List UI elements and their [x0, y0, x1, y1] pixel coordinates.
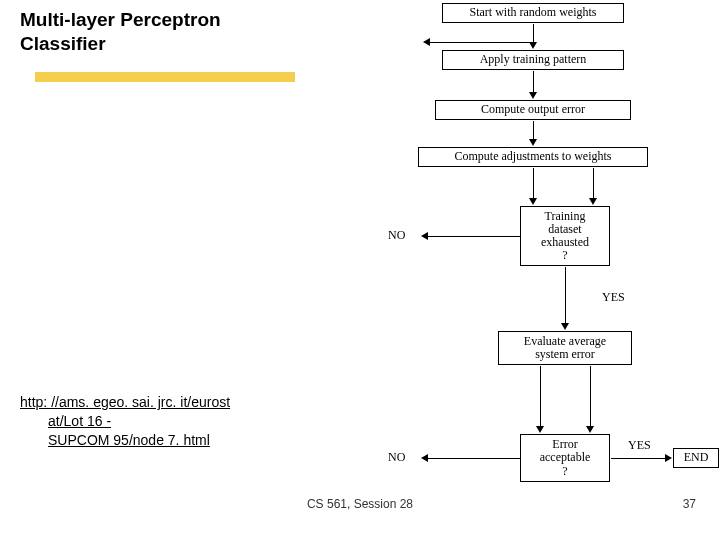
box-start-weights: Start with random weights — [442, 3, 624, 23]
label-yes: YES — [602, 290, 625, 305]
arrow-left-icon — [421, 232, 428, 240]
connector — [593, 168, 594, 198]
decision-line: ? — [562, 465, 567, 478]
label-no: NO — [388, 450, 405, 465]
arrow-down-icon — [529, 139, 537, 146]
box-apply-pattern: Apply training pattern — [442, 50, 624, 70]
arrow-left-icon — [421, 454, 428, 462]
box-dataset-exhausted: Training dataset exhausted ? — [520, 206, 610, 266]
url-line-2: at/Lot 16 - — [20, 412, 330, 431]
title-line-1: Multi-layer Perceptron — [20, 8, 221, 32]
arrow-left-icon — [423, 38, 430, 46]
arrow-down-icon — [536, 426, 544, 433]
flowchart: Start with random weights Apply training… — [380, 0, 720, 540]
arrow-down-icon — [586, 426, 594, 433]
eval-line: system error — [535, 348, 595, 361]
arrow-down-icon — [529, 92, 537, 99]
label-no: NO — [388, 228, 405, 243]
connector — [590, 366, 591, 426]
box-evaluate-error: Evaluate average system error — [498, 331, 632, 365]
decision-line: acceptable — [540, 451, 591, 464]
box-end: END — [673, 448, 719, 468]
arrow-down-icon — [561, 323, 569, 330]
connector — [428, 458, 520, 459]
arrow-down-icon — [529, 198, 537, 205]
decision-line: Training — [545, 210, 586, 223]
box-compute-error: Compute output error — [435, 100, 631, 120]
title-line-2: Classifier — [20, 32, 221, 56]
connector — [533, 121, 534, 139]
reference-url-link[interactable]: http: //ams. egeo. sai. jrc. it/eurost a… — [20, 393, 330, 450]
url-line-3: SUPCOM 95/node 7. html — [20, 431, 330, 450]
arrow-down-icon — [589, 198, 597, 205]
arrow-down-icon — [529, 42, 537, 49]
decision-line: ? — [562, 249, 567, 262]
connector — [565, 267, 566, 323]
title-underline — [35, 72, 295, 82]
box-error-acceptable: Error acceptable ? — [520, 434, 610, 482]
connector — [533, 71, 534, 92]
connector — [430, 42, 530, 43]
arrow-right-icon — [665, 454, 672, 462]
box-compute-adjustments: Compute adjustments to weights — [418, 147, 648, 167]
label-yes: YES — [628, 438, 651, 453]
connector — [533, 24, 534, 42]
slide-title: Multi-layer Perceptron Classifier — [20, 8, 221, 56]
url-line-1: http: //ams. egeo. sai. jrc. it/eurost — [20, 393, 330, 412]
connector — [611, 458, 665, 459]
connector — [533, 168, 534, 198]
connector — [428, 236, 520, 237]
connector — [540, 366, 541, 426]
